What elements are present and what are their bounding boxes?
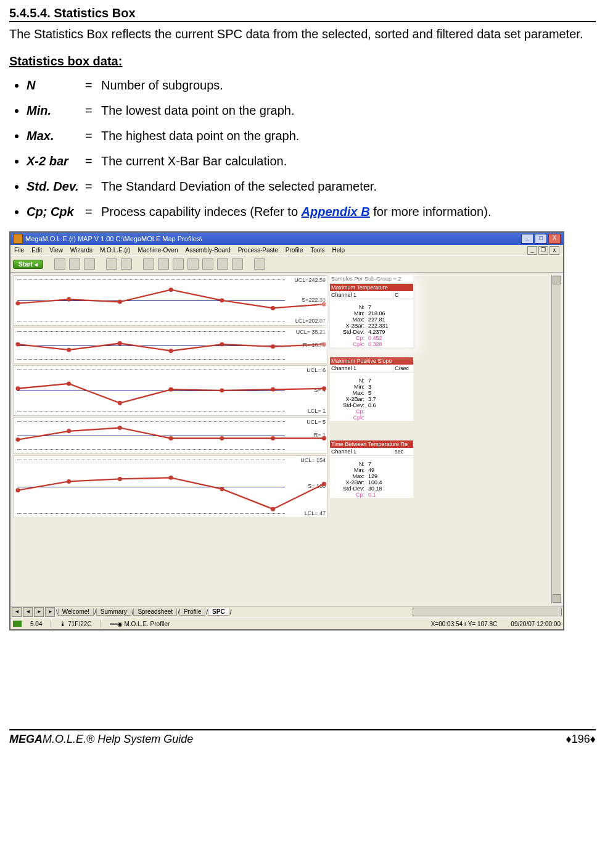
menu-item[interactable]: Profile bbox=[286, 247, 303, 254]
spc-chart: UCL= 5R= 1 bbox=[13, 417, 327, 454]
toolbar-icon[interactable] bbox=[173, 258, 184, 270]
def-desc: The lowest data point on the graph. bbox=[101, 104, 295, 117]
def-desc: The highest data point on the graph. bbox=[101, 129, 299, 143]
stat-key: X-2Bar: bbox=[330, 323, 367, 329]
scroll-up-icon[interactable] bbox=[553, 276, 561, 284]
menu-item[interactable]: M.O.L.E.(r) bbox=[100, 247, 130, 254]
svg-point-30 bbox=[118, 477, 122, 481]
stat-key: Min: bbox=[330, 467, 367, 473]
stat-key: Std-Dev: bbox=[330, 402, 367, 408]
toolbar-icon[interactable] bbox=[254, 258, 265, 270]
statistics-box: Maximum TemperatureChannel 1CN:7Min:218.… bbox=[330, 284, 413, 347]
chart-line bbox=[14, 418, 327, 459]
def-label: Std. Dev. bbox=[27, 178, 85, 195]
close-button[interactable]: X bbox=[548, 234, 561, 244]
menu-item[interactable]: Assembly-Board bbox=[185, 247, 230, 254]
section-number: 5.4.5.4. bbox=[9, 6, 51, 20]
stat-key: Max: bbox=[330, 390, 367, 396]
toolbar-icon[interactable] bbox=[187, 258, 199, 270]
stat-key: Min: bbox=[330, 384, 367, 390]
tab-nav-button[interactable]: ▸ bbox=[45, 607, 55, 617]
scroll-down-icon[interactable] bbox=[553, 594, 561, 603]
worksheet-tab[interactable]: Spreadsheet bbox=[133, 608, 177, 616]
menu-item[interactable]: Help bbox=[332, 247, 345, 254]
tab-nav-button[interactable]: ◂ bbox=[12, 607, 22, 617]
stat-value: 222.331 bbox=[367, 323, 413, 329]
footer-page: ♦196♦ bbox=[566, 733, 596, 746]
toolbar-icon[interactable] bbox=[202, 258, 213, 270]
def-label: Max. bbox=[27, 128, 85, 144]
menu-bar: FileEditViewWizardsM.O.L.E.(r)Machine-Ov… bbox=[10, 245, 563, 255]
svg-point-34 bbox=[322, 482, 326, 486]
svg-point-3 bbox=[169, 287, 173, 292]
svg-point-12 bbox=[271, 344, 275, 349]
stat-value: 218.06 bbox=[367, 310, 413, 316]
menu-item[interactable]: File bbox=[14, 247, 24, 254]
mdi-close-button[interactable]: x bbox=[549, 246, 559, 255]
vertical-scrollbar[interactable] bbox=[551, 275, 561, 603]
toolbar-icon[interactable] bbox=[69, 258, 80, 270]
stat-row: Cp:0.1 bbox=[330, 492, 413, 498]
horizontal-scrollbar[interactable] bbox=[413, 608, 562, 616]
equals-sign: = bbox=[85, 178, 101, 195]
toolbar-icon[interactable] bbox=[143, 258, 154, 270]
menu-item[interactable]: Machine-Oven bbox=[138, 247, 178, 254]
stat-row: Min:218.06 bbox=[330, 310, 413, 316]
worksheet-tab[interactable]: Profile bbox=[179, 608, 205, 616]
stat-value: 5 bbox=[367, 390, 413, 396]
page-footer: MEGAM.O.L.E.® Help System Guide ♦196♦ bbox=[9, 733, 596, 746]
stat-value: 7 bbox=[367, 378, 413, 384]
def-desc: The Standard Deviation of the selected p… bbox=[101, 180, 377, 193]
menu-item[interactable]: Edit bbox=[31, 247, 42, 254]
minimize-button[interactable]: _ bbox=[521, 234, 533, 244]
worksheet-tab[interactable]: Welcome! bbox=[58, 608, 94, 616]
stat-value: 0.328 bbox=[367, 341, 413, 347]
status-indicator-icon bbox=[13, 621, 22, 627]
samples-header: Samples Per Sub-Group = 2 bbox=[330, 275, 413, 283]
blank-area bbox=[416, 275, 561, 603]
stat-key: Cpk: bbox=[330, 415, 367, 421]
def-label: Cp; Cpk bbox=[27, 204, 85, 220]
stat-row: Std-Dev:4.2379 bbox=[330, 329, 413, 335]
stat-value: 7 bbox=[367, 461, 413, 467]
svg-point-13 bbox=[322, 342, 326, 347]
toolbar-icon[interactable] bbox=[106, 258, 117, 270]
svg-point-20 bbox=[322, 386, 326, 391]
menu-item[interactable]: View bbox=[49, 247, 63, 254]
toolbar-icon[interactable] bbox=[54, 258, 65, 270]
toolbar-icon[interactable] bbox=[84, 258, 95, 270]
menu-item[interactable]: Process-Paste bbox=[238, 247, 278, 254]
menu-item[interactable]: Wizards bbox=[70, 247, 93, 254]
worksheet-tab[interactable]: Summary bbox=[96, 608, 131, 616]
toolbar-icon[interactable] bbox=[121, 258, 132, 270]
stat-key: Std-Dev: bbox=[330, 486, 367, 492]
definition-item: Min.=The lowest data point on the graph. bbox=[27, 102, 596, 119]
stat-value: 100.4 bbox=[367, 479, 413, 486]
stat-value: 0.1 bbox=[367, 492, 413, 498]
tab-nav-button[interactable]: ◂ bbox=[23, 607, 33, 617]
status-value: 5.04 bbox=[30, 621, 42, 627]
subhead: Statistics box data: bbox=[9, 54, 596, 68]
spc-chart: UCL= 6S= 4LCL= 1 bbox=[13, 365, 327, 416]
svg-point-21 bbox=[15, 437, 20, 442]
definition-item: Max.=The highest data point on the graph… bbox=[27, 128, 596, 144]
worksheet-tab[interactable]: SPC bbox=[208, 608, 229, 616]
appendix-link[interactable]: Appendix B bbox=[302, 205, 370, 218]
definition-item: Std. Dev.=The Standard Deviation of the … bbox=[27, 178, 596, 195]
toolbar-icon[interactable] bbox=[232, 258, 243, 270]
mdi-minimize-button[interactable]: _ bbox=[527, 246, 537, 255]
toolbar-icon[interactable] bbox=[158, 258, 169, 270]
chart-line bbox=[14, 366, 327, 423]
stat-key: N: bbox=[330, 378, 367, 384]
maximize-button[interactable]: □ bbox=[535, 234, 547, 244]
tab-nav-button[interactable]: ▸ bbox=[34, 607, 44, 617]
menu-item[interactable]: Tools bbox=[310, 247, 324, 254]
svg-point-23 bbox=[118, 426, 122, 430]
def-label: X-2 bar bbox=[27, 153, 85, 170]
start-button[interactable]: Start ◂ bbox=[13, 260, 43, 269]
toolbar-icon[interactable] bbox=[217, 258, 228, 270]
svg-point-16 bbox=[118, 401, 122, 405]
svg-point-10 bbox=[169, 349, 173, 353]
window-titlebar: MegaM.O.L.E.(r) MAP V 1.00 C:\MegaMOLE M… bbox=[10, 233, 563, 245]
mdi-restore-button[interactable]: ❐ bbox=[538, 246, 548, 255]
